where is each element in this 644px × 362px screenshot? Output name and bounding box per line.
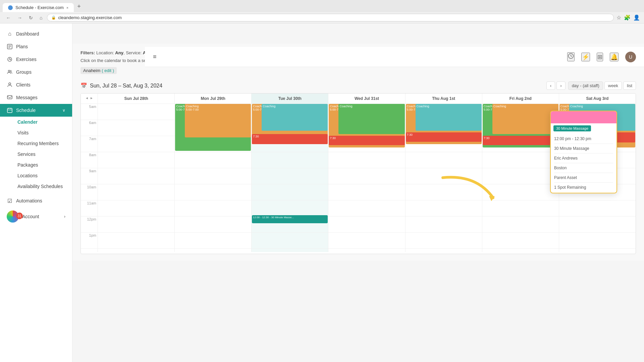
view-list-button[interactable]: list [623, 81, 636, 90]
calendar-prev-button[interactable]: ‹ [546, 81, 555, 90]
exercises-icon [7, 56, 13, 62]
sidebar-item-dashboard[interactable]: ⌂ Dashboard [0, 27, 72, 40]
time-row [559, 200, 636, 217]
groups-icon [7, 69, 13, 75]
time-6am: 6am [81, 120, 98, 136]
popup-service-tag-area: 30 Minute Massage [551, 123, 616, 133]
profile-icon[interactable]: 👤 [633, 14, 640, 21]
calendar-nav: ‹ › [546, 81, 566, 90]
sidebar-item-automations[interactable]: ☑ Automations [0, 194, 72, 207]
sidebar-groups-label: Groups [16, 69, 32, 75]
day-col-tue[interactable]: Coaching5:00-7:00 Coaching 7:30 12:00 - … [251, 104, 328, 252]
time-row [406, 152, 482, 168]
col-header-fri: Fri Aug 2nd [482, 94, 559, 104]
tab-close-button[interactable]: × [66, 6, 68, 10]
popup-time: 12:00 pm - 12:30 pm [554, 135, 613, 142]
grid-icon[interactable]: ⊞ [597, 53, 603, 61]
account-notification-badge: 31 [16, 213, 23, 219]
main-content: Filters: Location: Any, Service: Any, Bo… [72, 44, 644, 261]
view-week-button[interactable]: week [604, 81, 622, 90]
sidebar-item-messages[interactable]: Messages [0, 91, 72, 104]
sidebar-item-clients[interactable]: Clients [0, 78, 72, 91]
sidebar-item-groups[interactable]: Groups [0, 66, 72, 78]
toolbar-icons: ☆ 🧩 👤 [616, 14, 640, 21]
extensions-icon[interactable]: 🧩 [624, 14, 631, 21]
calendar-next-button[interactable]: › [556, 81, 565, 90]
event-block[interactable]: 7:30 [329, 136, 405, 145]
event-block[interactable]: Coaching5:00-7:00 [185, 104, 251, 137]
sidebar-sub-item-packages[interactable]: Packages [0, 160, 72, 170]
time-row [175, 217, 251, 233]
event-block[interactable]: 7:30 [406, 132, 482, 142]
col-header-mon-text: Mon Jul 29th [201, 96, 225, 101]
event-block[interactable]: Coaching [338, 104, 405, 134]
sidebar-sub-item-locations[interactable]: Locations [0, 170, 72, 181]
refresh-button[interactable]: ↻ [27, 14, 35, 22]
day-col-mon[interactable]: Coaching5:00-7:00 Coaching5:00-7:00 [174, 104, 251, 252]
sidebar-item-schedule[interactable]: Schedule ∨ [0, 104, 72, 117]
location-edit-link[interactable]: ( edit ) [102, 68, 114, 73]
services-sub-label: Services [17, 152, 36, 157]
packages-sub-label: Packages [17, 162, 38, 168]
time-12pm: 12pm [81, 217, 98, 233]
day-col-thu[interactable]: Coaching5:00-7:00 Coaching 7:30 [405, 104, 482, 252]
location-tag-text: Anaheim [83, 68, 100, 73]
bookmark-icon[interactable]: ☆ [616, 14, 621, 21]
sidebar-sub-item-calendar[interactable]: Calender [0, 117, 72, 127]
sidebar-item-account[interactable]: 31 Account › [0, 207, 72, 226]
event-block[interactable]: Coaching [492, 104, 558, 134]
time-row [98, 136, 174, 152]
event-block[interactable]: Coaching [416, 104, 482, 131]
hamburger-icon[interactable]: ≡ [153, 53, 157, 60]
event-block[interactable]: 7:30 [252, 134, 328, 144]
time-row [406, 200, 482, 217]
col-header-wed-text: Wed Jul 31st [355, 96, 379, 101]
sidebar-sub-item-services[interactable]: Services [0, 149, 72, 160]
col-nav-next[interactable]: ► [90, 96, 93, 100]
sidebar-item-exercises[interactable]: Exercises [0, 53, 72, 66]
time-row [406, 217, 482, 233]
forward-button[interactable]: → [15, 14, 24, 22]
sidebar-item-plans[interactable]: Plans [0, 40, 72, 53]
sidebar-sub-item-recurring[interactable]: Recurring Members [0, 138, 72, 149]
col-nav-prev[interactable]: ◄ [85, 96, 89, 100]
svg-rect-8 [7, 96, 12, 99]
user-avatar[interactable]: U [625, 52, 636, 62]
lightning-icon[interactable]: ⚡ [581, 53, 590, 61]
address-bar[interactable]: 🔒 cleandemo.staging.exercise.com [47, 14, 614, 21]
time-row [252, 200, 328, 217]
time-row [98, 152, 174, 168]
day-col-fri[interactable]: Coaching5:00-7:00 Coaching 7:30 [482, 104, 559, 252]
col-header-sat-text: Sat Aug 3rd [586, 96, 608, 101]
time-row [98, 104, 174, 120]
notification-icon[interactable]: 🔔 [610, 53, 619, 61]
time-row [175, 168, 251, 184]
time-row [175, 152, 251, 168]
view-day-button[interactable]: day - (all staff) [568, 81, 603, 90]
day-col-wed[interactable]: Coaching5:00-7:00 Coaching 7:30 [328, 104, 405, 252]
popup-parent-asset: Parent Asset [554, 174, 613, 181]
time-7am: 7am [81, 136, 98, 152]
home-button[interactable]: ⌂ [38, 14, 44, 22]
session-popup[interactable]: 30 Minute Massage 12:00 pm - 12:30 pm 30… [550, 111, 617, 193]
recurring-sub-label: Recurring Members [17, 141, 59, 146]
time-row [98, 200, 174, 217]
filters-location-value: Any [115, 50, 123, 55]
col-header-tue: Tue Jul 30th [251, 94, 328, 104]
clock-icon[interactable] [567, 52, 575, 61]
highlighted-event-block[interactable]: 12:00 - 12:30 - 30 Minute Masse... [252, 215, 328, 223]
new-tab-button[interactable]: + [74, 1, 84, 12]
popup-service: 30 Minute Massage [554, 145, 613, 152]
event-block[interactable]: 7:30 [483, 136, 558, 145]
sidebar-sub-item-visits[interactable]: Visits [0, 127, 72, 138]
back-button[interactable]: ← [4, 14, 13, 22]
sidebar: ⌂ Dashboard Plans Exercises Groups [0, 23, 72, 362]
time-row [98, 168, 174, 184]
col-header-thu-text: Thu Aug 1st [432, 96, 455, 101]
popup-header [551, 111, 616, 123]
sidebar-sub-item-availability[interactable]: Availability Schedules [0, 181, 72, 192]
day-col-sun[interactable] [98, 104, 174, 252]
popup-divider [554, 173, 613, 173]
event-block[interactable]: Coaching [262, 104, 328, 131]
col-header-tue-text: Tue Jul 30th [278, 96, 302, 101]
